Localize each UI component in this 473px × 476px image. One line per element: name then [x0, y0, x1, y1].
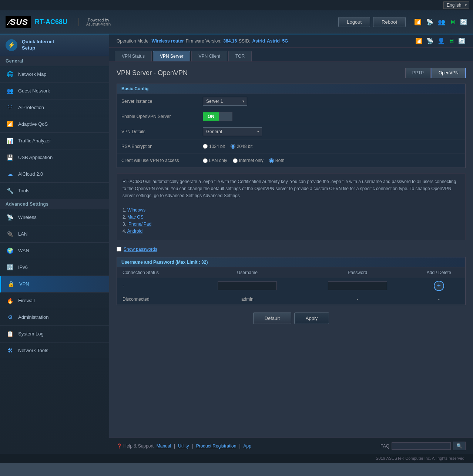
content-area: Operation Mode: Wireless router Firmware…: [109, 34, 473, 454]
sidebar-item-usb-application[interactable]: 💾 USB Application: [0, 149, 109, 166]
sidebar-item-aiprotection[interactable]: 🛡 AiProtection: [0, 99, 109, 116]
table-header-row: Connection Status Username Password Add …: [117, 267, 465, 278]
rsa-1024-option[interactable]: 1024 bit: [203, 144, 225, 149]
sidebar-item-ipv6[interactable]: 🔢 IPv6: [0, 259, 109, 276]
help-label: ❓ Help & Support: [117, 443, 154, 449]
toggle-on[interactable]: ON: [203, 112, 219, 121]
sidebar-item-aicloud[interactable]: ☁ AiCloud 2.0: [0, 166, 109, 183]
sidebar-item-wan[interactable]: 🌍 WAN: [0, 243, 109, 259]
network-tools-icon: 🛠: [6, 346, 14, 355]
manual-link[interactable]: Manual: [157, 443, 171, 449]
internet-only-option[interactable]: Internet only: [233, 158, 264, 163]
server-instance-select-wrapper[interactable]: Server 1 Server 2: [203, 97, 247, 106]
table-row: - +: [117, 278, 465, 294]
status-bar: Operation Mode: Wireless router Firmware…: [109, 34, 473, 48]
row1-username-cell: [192, 278, 302, 294]
sidebar-item-network-tools[interactable]: 🛠 Network Tools: [0, 342, 109, 359]
sidebar-item-system-log[interactable]: 📋 System Log: [0, 326, 109, 342]
toggle-off[interactable]: [219, 112, 232, 121]
rsa-encryption-row: RSA Encryption 1024 bit 2048 bit: [117, 139, 465, 153]
signal-icon: 📡: [426, 18, 433, 26]
guest-network-icon: 👥: [6, 87, 14, 95]
main-layout: ⚡ Quick InternetSetup General 🌐 Network …: [0, 34, 473, 454]
row2-password: -: [302, 294, 413, 304]
sidebar-item-firewall[interactable]: 🔥 Firewall: [0, 293, 109, 309]
footer-sep2: |: [192, 443, 193, 449]
app-link[interactable]: App: [244, 443, 251, 449]
rsa-2048-option[interactable]: 2048 bit: [231, 144, 253, 149]
reboot-button[interactable]: Reboot: [373, 17, 406, 27]
windows-link[interactable]: Windows: [127, 207, 145, 213]
monitor-icon: 🖥: [450, 19, 456, 26]
rsa-1024-label: 1024 bit: [209, 144, 225, 149]
default-button[interactable]: Default: [253, 313, 291, 324]
sidebar-item-traffic-analyzer[interactable]: 📊 Traffic Analyzer: [0, 133, 109, 149]
action-buttons: Default Apply: [117, 311, 466, 330]
wan-icon: 🌍: [6, 246, 14, 255]
quick-internet-setup[interactable]: ⚡ Quick InternetSetup: [0, 34, 109, 56]
rsa-1024-radio[interactable]: [203, 144, 208, 149]
ssid-label: SSID:: [239, 38, 250, 44]
enable-toggle[interactable]: ON: [203, 112, 232, 121]
client-access-label: Client will use VPN to access: [121, 158, 203, 163]
users-status-icon: 👤: [437, 37, 445, 44]
pptp-button[interactable]: PPTP: [405, 68, 431, 78]
tab-vpn-server[interactable]: VPN Server: [153, 51, 190, 61]
tab-vpn-client[interactable]: VPN Client: [191, 51, 227, 61]
firewall-icon: 🔥: [6, 296, 14, 305]
footer-sep3: |: [239, 443, 240, 449]
language-select[interactable]: English: [443, 1, 469, 9]
network-tools-label: Network Tools: [18, 348, 48, 353]
internet-only-radio[interactable]: [233, 158, 238, 163]
password-input[interactable]: [328, 281, 387, 290]
faq-search-input[interactable]: [392, 442, 451, 450]
sidebar-item-administration[interactable]: ⚙ Administration: [0, 309, 109, 326]
show-passwords-label[interactable]: Show passwords: [124, 247, 157, 252]
show-passwords-checkbox[interactable]: [117, 247, 121, 251]
mac-link[interactable]: Mac OS: [127, 215, 143, 220]
rsa-2048-radio[interactable]: [231, 144, 235, 149]
system-log-icon: 📋: [6, 330, 14, 338]
username-input[interactable]: [218, 281, 277, 290]
lan-only-option[interactable]: LAN only: [203, 158, 227, 163]
tab-tor[interactable]: TOR: [228, 51, 252, 61]
row1-action-cell: +: [413, 278, 465, 294]
vpn-details-label: VPN Details: [121, 129, 203, 134]
apply-button[interactable]: Apply: [294, 313, 329, 324]
users-icon: 👥: [438, 18, 445, 26]
openvpn-button[interactable]: OpenVPN: [432, 68, 466, 78]
both-option[interactable]: Both: [269, 158, 285, 163]
tab-vpn-status[interactable]: VPN Status: [115, 51, 152, 61]
sidebar-item-lan[interactable]: 🔌 LAN: [0, 226, 109, 243]
lan-only-radio[interactable]: [203, 158, 208, 163]
logout-button[interactable]: Logout: [338, 17, 370, 27]
iphone-link[interactable]: iPhone/iPad: [127, 222, 151, 227]
both-radio[interactable]: [269, 158, 274, 163]
password-table: Connection Status Username Password Add …: [117, 267, 465, 305]
tools-icon: 🔧: [6, 186, 14, 195]
sidebar-item-adaptive-qos[interactable]: 📶 Adaptive QoS: [0, 116, 109, 133]
aiprotection-label: AiProtection: [18, 105, 44, 110]
sidebar-item-tools[interactable]: 🔧 Tools: [0, 183, 109, 199]
sidebar-item-network-map[interactable]: 🌐 Network Map: [0, 66, 109, 83]
add-user-button[interactable]: +: [434, 281, 444, 291]
asus-logo: ⁄SUS: [6, 16, 31, 28]
sidebar-item-guest-network[interactable]: 👥 Guest Network: [0, 83, 109, 99]
model-name: RT-AC68U: [35, 18, 67, 26]
header-status-icons: 📶 📡 👥 🖥 🔄: [414, 18, 467, 26]
android-link[interactable]: Android: [127, 229, 142, 234]
utility-link[interactable]: Utility: [178, 443, 189, 449]
wireless-label: Wireless: [18, 215, 37, 220]
brand-section: ⁄SUS RT-AC68U Powered by Asuswrt-Merlin: [6, 16, 111, 28]
vpn-details-select-wrapper[interactable]: General Advanced: [203, 127, 262, 136]
faq-search-button[interactable]: 🔍: [453, 442, 466, 450]
server-instance-select[interactable]: Server 1 Server 2: [203, 97, 247, 106]
sidebar-item-wireless[interactable]: 📡 Wireless: [0, 209, 109, 226]
enable-openvpn-row: Enable OpenVPN Server ON: [117, 109, 465, 124]
product-reg-link[interactable]: Product Registration: [196, 443, 236, 449]
vpn-details-value: General Advanced: [203, 127, 461, 136]
sidebar-item-vpn[interactable]: 🔒 VPN: [0, 276, 109, 293]
copyright: 2019 ASUSTeK Computer Inc. All rights re…: [0, 454, 473, 463]
vpn-details-select[interactable]: General Advanced: [203, 127, 262, 136]
language-selector[interactable]: English: [443, 1, 469, 9]
